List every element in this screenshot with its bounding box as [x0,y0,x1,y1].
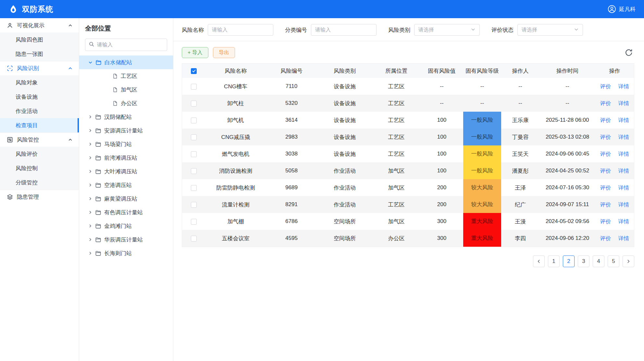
sidebar-group-2[interactable]: 风险管控 [0,132,79,147]
scan-icon [6,65,13,72]
sidebar-group-0[interactable]: 可视化展示 [0,18,79,32]
tree-leaf-0[interactable]: 工艺区 [79,69,173,83]
detail-link[interactable]: 详情 [618,100,629,106]
caret-right-icon [88,142,92,146]
cell-value: -- [420,78,463,95]
row-checkbox[interactable] [191,118,197,123]
cell-value: 100 [420,129,463,145]
export-button[interactable]: 导出 [213,47,235,58]
evaluate-link[interactable]: 评价 [600,100,611,106]
cell-name: 燃气发电机 [205,145,266,162]
risk-table-wrap: 风险名称风险编号风险类别所属位置固有风险值固有风险等级操作人操作时间操作 CNG… [182,63,634,247]
tree-station-10[interactable]: 长海则门站 [79,246,173,260]
page-button-3[interactable]: 3 [578,255,589,267]
evaluate-link[interactable]: 评价 [600,218,611,225]
user-menu[interactable]: 延凡科 [608,5,636,13]
evaluate-link[interactable]: 评价 [600,117,611,123]
filter-input-1[interactable] [311,24,377,36]
column-header: 风险名称 [205,64,266,78]
page-button-4[interactable]: 4 [593,255,604,267]
page-button-2[interactable]: 2 [563,255,575,267]
row-checkbox[interactable] [191,84,197,90]
sidebar-item-2-2[interactable]: 分级管控 [0,175,79,190]
select-all-checkbox[interactable] [191,68,197,74]
page-button-1[interactable]: 1 [548,255,560,267]
detail-link[interactable]: 详情 [618,218,629,225]
sidebar-item-1-0[interactable]: 风险对象 [0,75,79,90]
cell-actions: 评价详情 [595,162,634,179]
tree-station-4[interactable]: 大叶滩调压站 [79,165,173,178]
tree-station-3[interactable]: 前湾滩调压站 [79,151,173,165]
row-checkbox[interactable] [191,168,197,174]
tree-node-label: 金鸡滩门站 [104,222,132,230]
next-page-button[interactable] [623,255,634,267]
row-checkbox[interactable] [191,202,197,208]
sidebar-item-0-0[interactable]: 风险四色图 [0,32,79,47]
detail-link[interactable]: 详情 [618,202,629,208]
sidebar-item-0-1[interactable]: 隐患一张图 [0,47,79,61]
tree-node-root[interactable]: 白水储配站 [79,56,173,69]
sidebar-item-1-3[interactable]: 检查项目 [0,118,79,132]
caret-right-icon [88,238,92,242]
detail-link[interactable]: 详情 [618,185,629,191]
tree-station-7[interactable]: 有色调压计量站 [79,205,173,219]
cell-category: 设备设施 [317,129,372,145]
tree-node-label: 空港调压站 [104,181,132,189]
sidebar-item-2-1[interactable]: 风险控制 [0,161,79,175]
tree-station-2[interactable]: 马场梁门站 [79,137,173,151]
page-button-5[interactable]: 5 [608,255,619,267]
row-checkbox[interactable] [191,134,197,140]
import-button[interactable]: + 导入 [182,47,208,58]
filter-group-0: 风险名称 [182,24,273,36]
row-checkbox[interactable] [191,236,197,242]
cell-name: 加气棚 [205,213,266,230]
filter-bar: 风险名称分类编号风险类别请选择评价状态请选择 [173,18,644,41]
row-checkbox[interactable] [191,101,197,106]
row-checkbox[interactable] [191,219,197,225]
row-checkbox[interactable] [191,151,197,157]
evaluate-link[interactable]: 评价 [600,235,611,242]
table-row: 消防设施检测5058作业活动加气区100一般风险潘夏彤2024-04-25 00… [182,162,634,179]
sidebar-group-1[interactable]: 风险识别 [0,61,79,75]
risk-level-badge: 重大风险 [463,213,501,230]
tree-station-1[interactable]: 安源调压计量站 [79,124,173,137]
detail-link[interactable]: 详情 [618,168,629,174]
evaluate-link[interactable]: 评价 [600,83,611,90]
tree-station-9[interactable]: 华辰调压计量站 [79,233,173,246]
filter-select-2[interactable]: 请选择 [414,24,480,36]
filter-select-3[interactable]: 请选择 [517,24,583,36]
prev-page-button[interactable] [533,255,545,267]
filter-input-0[interactable] [208,24,273,36]
tree-station-5[interactable]: 空港调压站 [79,178,173,192]
evaluate-link[interactable]: 评价 [600,151,611,157]
cell-operator: -- [501,78,539,95]
sidebar-group-3[interactable]: 隐患管理 [0,190,79,204]
detail-link[interactable]: 详情 [618,134,629,140]
tree-search-input[interactable] [97,42,164,48]
refresh-button[interactable] [623,47,634,58]
detail-link[interactable]: 详情 [618,117,629,123]
detail-link[interactable]: 详情 [618,235,629,242]
tree-leaf-1[interactable]: 加气区 [79,83,173,96]
evaluate-link[interactable]: 评价 [600,185,611,191]
tree-leaf-2[interactable]: 办公区 [79,96,173,110]
cell-actions: 评价详情 [595,196,634,213]
sidebar-item-2-0[interactable]: 风险评价 [0,147,79,161]
sidebar-item-1-1[interactable]: 设备设施 [0,90,79,104]
evaluate-link[interactable]: 评价 [600,202,611,208]
evaluate-link[interactable]: 评价 [600,168,611,174]
tree-station-0[interactable]: 汉阴储配站 [79,110,173,124]
row-checkbox[interactable] [191,185,197,191]
evaluate-link[interactable]: 评价 [600,134,611,140]
folder-open-icon [95,59,102,66]
table-row: CNG减压撬2983设备设施工艺区100一般风险丁曼容2025-03-13 02… [182,129,634,145]
cell-time: 2024-09-07 15:11 [539,196,595,213]
detail-link[interactable]: 详情 [618,83,629,90]
detail-link[interactable]: 详情 [618,151,629,157]
tree-station-6[interactable]: 麻黄梁调压站 [79,192,173,205]
cell-operator: 王乐康 [501,112,539,129]
sidebar-item-1-2[interactable]: 作业活动 [0,104,79,118]
risk-level-badge: 重大风险 [463,230,501,247]
filter-label: 风险类别 [388,26,410,34]
tree-station-8[interactable]: 金鸡滩门站 [79,219,173,233]
